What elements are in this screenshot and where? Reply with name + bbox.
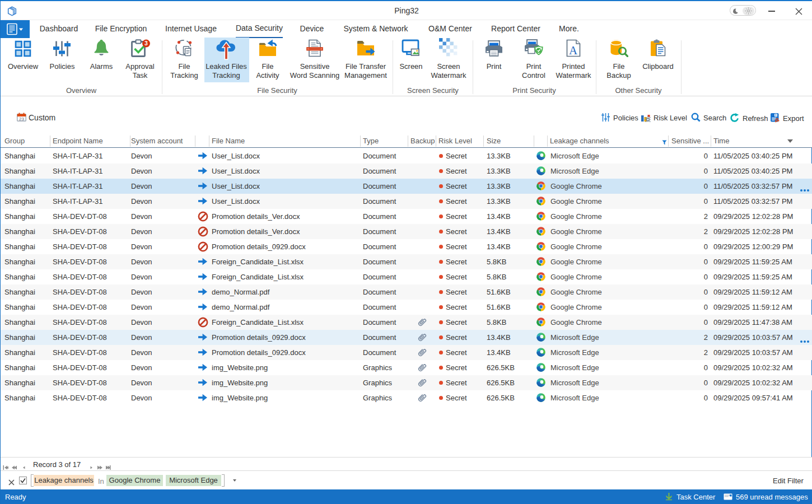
- svg-text:A: A: [569, 44, 578, 57]
- svg-text:23: 23: [19, 116, 24, 122]
